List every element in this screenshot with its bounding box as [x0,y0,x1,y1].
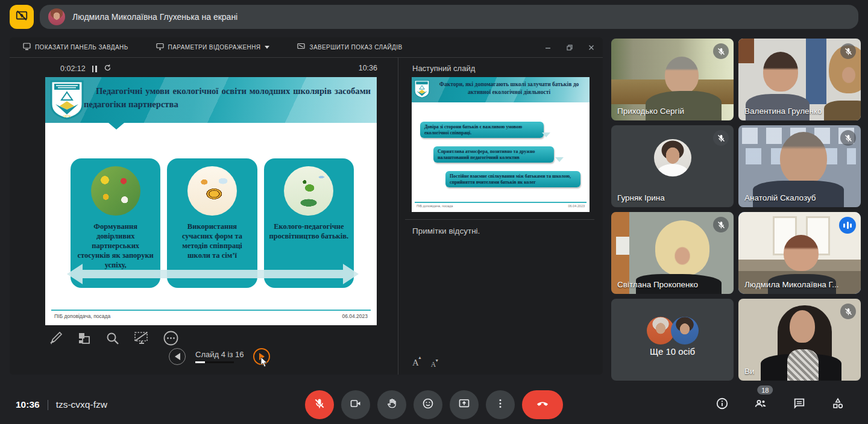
next-slide-heading: Наступний слайд [412,64,475,73]
bee-photo [187,166,237,216]
participant-tile[interactable]: Світлана Прокопенко [611,212,734,294]
end-slideshow-label: ЗАВЕРШИТИ ПОКАЗ СЛАЙДІВ [309,44,402,51]
svg-text:1874: 1874 [63,114,71,118]
activities-icon [831,397,844,413]
hand-icon [386,398,398,412]
thumb-box: Довіра зі сторони батьків є важливою умо… [420,122,544,138]
card-text: Використання сучасних форм та методів сп… [167,222,257,260]
participant-tile[interactable]: Приходько Сергій [611,39,734,120]
meeting-panels: 18 [710,393,850,417]
meeting-details-button[interactable] [710,393,734,417]
camera-icon [350,398,362,412]
participant-name: Ви [744,367,755,376]
next-slide-button [253,348,270,365]
display-settings-label: ПАРАМЕТРИ ВІДОБРАЖЕННЯ [168,44,261,51]
leave-call-button[interactable] [522,390,563,419]
self-view-tile[interactable]: Ви [738,299,861,381]
smiley-icon [422,398,434,412]
present-screen-icon [458,398,470,412]
participants-grid: Приходько Сергій Валентина Груленко Гурн… [611,39,861,381]
presenting-banner-text: Людмила Миколаївна Глухенька на екрані [72,12,237,22]
thumb-title: Фактори, які допомагають школі залучати … [432,81,586,96]
thumb-footer-line [415,202,587,203]
double-arrow-graphic [67,264,359,284]
camera-toggle-button[interactable] [341,390,370,419]
previous-arrow-icon [175,353,180,360]
participant-name: Валентина Груленко [744,107,822,116]
thumb-footer-author: ПІБ доповідача, посада [417,204,453,208]
mic-muted-icon [713,43,729,59]
activities-button[interactable] [826,393,850,417]
timer-value: 0:02:12 [60,64,86,73]
pane-divider [398,58,398,375]
presenter-tools [48,330,179,349]
presenter-clock: 10:36 [351,64,377,72]
chat-icon [793,397,806,413]
mic-muted-icon [840,43,856,59]
slide-footer-author: ПІБ доповідача, посада [54,313,110,319]
participant-name: Приходько Сергій [617,107,684,116]
notes-text: Примітки відсутні. [412,226,480,235]
mic-muted-icon [840,304,856,319]
restart-timer-icon [104,64,112,73]
show-taskbar-menuitem: ПОКАЗАТИ ПАНЕЛЬ ЗАВДАНЬ [23,43,128,52]
show-taskbar-label: ПОКАЗАТИ ПАНЕЛЬ ЗАВДАНЬ [35,44,128,51]
speaking-indicator-icon [839,217,856,234]
overflow-avatars [647,317,699,344]
divider [48,400,48,410]
pause-timer-icon [92,66,97,72]
notes-font-controls: A▲ A▼ [412,358,436,368]
notes-divider [405,219,594,220]
next-slide-thumbnail: Фактори, які допомагають школі залучати … [412,77,590,212]
show-participants-button[interactable]: 18 [749,393,773,417]
participant-name: Гурняк Ірина [617,193,665,202]
thumb-university-logo [414,79,430,102]
dropdown-caret-icon [265,46,269,49]
meeting-code: tzs-cvxq-fzw [56,399,107,410]
participant-avatar [654,139,691,176]
participant-tile[interactable]: Гурняк Ірина [611,125,734,207]
minimize-icon [545,42,551,53]
slide-counter: Слайд 4 із 16 [195,350,244,359]
slide-navigation: Слайд 4 із 16 [169,348,270,365]
hang-up-icon [535,396,550,413]
presenting-banner: Людмила Миколаївна Глухенька на екрані [40,5,858,29]
presentation-timer: 0:02:12 [60,64,112,73]
participant-tile-speaking[interactable]: Людмила Миколаївна Г... [738,212,861,294]
participant-tile[interactable]: Валентина Груленко [738,39,861,120]
present-screen-button[interactable] [450,390,479,419]
previous-slide-button [169,348,186,365]
overflow-participants-tile[interactable]: Ще 10 осіб [611,299,734,381]
magnifier-icon [105,331,121,349]
slide-header-notch [108,123,124,129]
clock: 10:36 [16,399,40,410]
reactions-button[interactable] [414,390,442,419]
mic-muted-icon [713,217,729,232]
raise-hand-button[interactable] [377,390,406,419]
stop-presentation-button[interactable] [10,5,34,29]
mic-toggle-button[interactable] [305,390,334,419]
powerpoint-toolbar: ПОКАЗАТИ ПАНЕЛЬ ЗАВДАНЬ ПАРАМЕТРИ ВІДОБР… [10,37,603,58]
slide-footer-date: 06.04.2023 [342,313,368,319]
frog-photo [284,166,333,216]
participant-name: Світлана Прокопенко [617,280,698,289]
thumb-box: Сприятлива атмосфера, позитивно та дружн… [433,146,554,163]
end-slideshow-icon [297,43,305,52]
more-vertical-icon [494,398,506,412]
font-decrease-icon: A▼ [431,361,436,368]
more-options-button[interactable] [486,390,515,419]
participant-tile[interactable]: Анатолій Скалозуб [738,125,861,207]
avatar [671,317,699,344]
chat-button[interactable] [787,393,811,417]
thumb-footer-date: 06.04.2023 [568,204,585,208]
meeting-info: 10:36 tzs-cvxq-fzw [16,399,107,410]
thumb-box: Постійне взаємне спілкування між батькам… [445,171,580,187]
info-icon [715,397,729,413]
participant-name: Анатолій Скалозуб [744,193,816,202]
black-screen-icon [133,331,150,349]
font-increase-icon: A▲ [412,358,419,368]
presenter-avatar [48,8,65,25]
mic-muted-icon [713,130,729,146]
pen-tool-icon [48,331,64,349]
end-slideshow-menuitem: ЗАВЕРШИТИ ПОКАЗ СЛАЙДІВ [297,43,402,52]
